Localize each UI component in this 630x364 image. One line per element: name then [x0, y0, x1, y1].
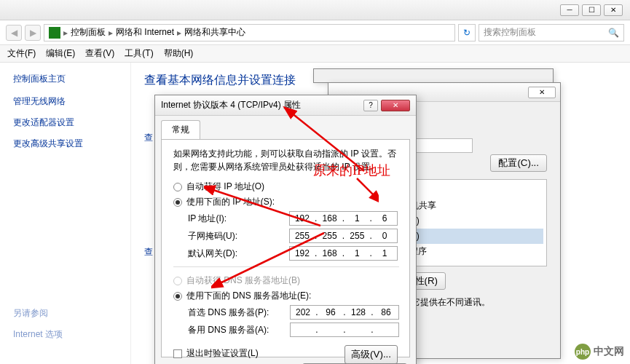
menu-file[interactable]: 文件(F) — [7, 47, 36, 60]
sidebar-link-adapter[interactable]: 更改适配器设置 — [13, 116, 117, 129]
sidebar-link-wireless[interactable]: 管理无线网络 — [13, 95, 117, 108]
sep-icon: ▸ — [63, 28, 68, 38]
checkbox-icon — [173, 349, 182, 358]
sidebar-internet-options[interactable]: Internet 选项 — [13, 328, 63, 341]
close-button[interactable]: ✕ — [528, 87, 556, 98]
ip-address-label: IP 地址(I): — [188, 213, 289, 225]
addressbar: ◀ ▶ ▸ 控制面板 ▸ 网络和 Internet ▸ 网络和共享中心 ↻ 搜索… — [0, 20, 630, 45]
sep-icon: ▸ — [177, 28, 181, 38]
watermark-text: 中文网 — [594, 345, 624, 358]
breadcrumb-item[interactable]: 网络和 Internet — [116, 26, 174, 39]
tab-general[interactable]: 常规 — [161, 120, 200, 139]
refresh-button[interactable]: ↻ — [458, 24, 476, 41]
radio-icon — [173, 198, 182, 207]
control-panel-icon — [49, 27, 60, 39]
watermark: php 中文网 — [575, 344, 624, 360]
back-button[interactable]: ◀ — [6, 25, 22, 41]
maximize-button[interactable]: ☐ — [582, 4, 601, 16]
radio-icon — [173, 292, 182, 301]
panel-description: 如果网络支持此功能，则可以获取自动指派的 IP 设置。否则，您需要从网络系统管理… — [173, 147, 398, 173]
subnet-mask-input[interactable]: 255. 255. 255. 0 — [289, 229, 398, 243]
forward-button[interactable]: ▶ — [25, 25, 41, 41]
search-input[interactable]: 搜索控制面板 🔍 — [479, 24, 624, 41]
radio-auto-dns: 自动获得 DNS 服务器地址(B) — [173, 274, 399, 287]
dialog-title: Internet 协议版本 4 (TCP/IPv4) 属性 — [161, 99, 301, 111]
window-titlebar: ─ ☐ ✕ — [0, 0, 630, 20]
radio-icon — [173, 183, 182, 191]
menu-help[interactable]: 帮助(H) — [164, 47, 194, 60]
help-button[interactable]: ? — [363, 100, 378, 111]
menu-edit[interactable]: 编辑(E) — [46, 47, 75, 60]
sidebar: 控制面板主页 管理无线网络 更改适配器设置 更改高级共享设置 另请参阅 Inte… — [0, 63, 131, 364]
preferred-dns-label: 首选 DNS 服务器(P): — [188, 306, 290, 319]
sidebar-see-also: 另请参阅 — [13, 307, 63, 320]
sep-icon: ▸ — [109, 28, 113, 38]
configure-button[interactable]: 配置(C)... — [490, 154, 547, 172]
gateway-label: 默认网关(D): — [188, 248, 289, 260]
advanced-button[interactable]: 高级(V)... — [344, 345, 398, 364]
search-placeholder: 搜索控制面板 — [484, 26, 536, 39]
alternate-dns-input[interactable]: . . . — [290, 323, 399, 337]
preferred-dns-input[interactable]: 202. 96. 128. 86 — [290, 305, 399, 320]
alternate-dns-label: 备用 DNS 服务器(A): — [188, 324, 290, 336]
breadcrumb-item[interactable]: 控制面板 — [71, 26, 106, 39]
menu-tools[interactable]: 工具(T) — [125, 47, 153, 60]
menubar: 文件(F) 编辑(E) 查看(V) 工具(T) 帮助(H) — [0, 45, 630, 63]
close-button[interactable]: ✕ — [381, 100, 410, 111]
radio-auto-ip[interactable]: 自动获得 IP 地址(O) — [173, 181, 398, 193]
sidebar-title[interactable]: 控制面板主页 — [13, 73, 117, 85]
subnet-mask-label: 子网掩码(U): — [188, 230, 289, 242]
sidebar-link-sharing[interactable]: 更改高级共享设置 — [13, 138, 117, 150]
dialog-titlebar: Internet 协议版本 4 (TCP/IPv4) 属性 ? ✕ — [155, 95, 416, 116]
search-icon: 🔍 — [608, 28, 619, 38]
watermark-logo-icon: php — [575, 344, 591, 360]
window-close-button[interactable]: ✕ — [604, 4, 623, 16]
radio-manual-dns[interactable]: 使用下面的 DNS 服务器地址(E): — [173, 290, 399, 302]
ip-address-input[interactable]: 192. 168. 1. 6 — [289, 211, 398, 226]
radio-manual-ip[interactable]: 使用下面的 IP 地址(S): — [173, 196, 398, 208]
menu-view[interactable]: 查看(V) — [85, 47, 114, 60]
breadcrumb-item[interactable]: 网络和共享中心 — [184, 26, 245, 39]
gateway-input[interactable]: 192. 168. 1. 1 — [289, 246, 398, 261]
ipv4-properties-dialog: Internet 协议版本 4 (TCP/IPv4) 属性 ? ✕ 常规 如果网… — [154, 95, 417, 364]
bg-dialog-hidden — [313, 68, 554, 83]
breadcrumb[interactable]: ▸ 控制面板 ▸ 网络和 Internet ▸ 网络和共享中心 — [44, 24, 455, 41]
radio-icon — [173, 277, 182, 285]
minimize-button[interactable]: ─ — [560, 4, 579, 16]
